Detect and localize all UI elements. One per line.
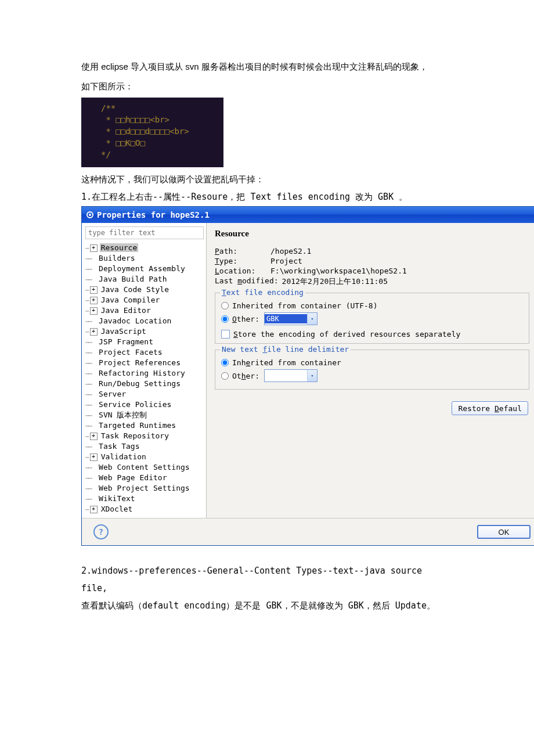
step-2a: 2.windows--preferences--General--Content… bbox=[81, 562, 453, 597]
chevron-down-icon[interactable]: ▾ bbox=[307, 370, 317, 381]
code-line: * □□K□O□ bbox=[101, 137, 223, 149]
tree-item[interactable]: ⋯+Task Repository bbox=[85, 431, 204, 441]
tree-item[interactable]: ⋯+JavaScript bbox=[85, 326, 204, 337]
location-label: Location: bbox=[215, 267, 270, 275]
expand-icon[interactable]: + bbox=[90, 453, 98, 461]
tree-item[interactable]: ⋯⋯ Task Tags bbox=[85, 441, 204, 452]
expand-icon[interactable]: + bbox=[90, 244, 98, 252]
tree-item[interactable]: ⋯⋯ Project Facets bbox=[85, 347, 204, 358]
delimiter-value bbox=[265, 375, 307, 376]
tree-label: Web Content Settings bbox=[98, 463, 191, 471]
path-value: /hopeS2.1 bbox=[270, 247, 311, 255]
help-icon[interactable]: ? bbox=[93, 524, 109, 539]
tree-label: JavaScript bbox=[100, 327, 147, 336]
tree-label: Builders bbox=[98, 254, 136, 262]
code-line: /** bbox=[101, 102, 223, 114]
nav-tree[interactable]: ⋯+Resource⋯⋯ Builders⋯⋯ Deployment Assem… bbox=[85, 243, 204, 514]
tree-label: Java Code Style bbox=[100, 285, 170, 294]
tree-label: Service Policies bbox=[98, 400, 172, 409]
expand-icon[interactable]: + bbox=[90, 506, 98, 513]
tree-label: WikiText bbox=[98, 494, 136, 503]
tree-label: JSP Fragment bbox=[98, 337, 154, 346]
intro-line2: 如下图所示： bbox=[81, 78, 453, 95]
delimiter-combo[interactable]: ▾ bbox=[264, 369, 317, 382]
filter-input[interactable] bbox=[85, 226, 204, 239]
tree-item[interactable]: ⋯⋯ Project References bbox=[85, 358, 204, 368]
properties-dialog: Properties for hopeS2.1 ⋯+Resource⋯⋯ Bui… bbox=[81, 206, 534, 546]
location-value: F:\working\workspace1\hopeS2.1 bbox=[270, 267, 407, 275]
radio-other[interactable] bbox=[221, 315, 229, 323]
tree-item[interactable]: ⋯+Java Editor bbox=[85, 305, 204, 316]
expand-icon[interactable]: + bbox=[90, 433, 98, 440]
expand-icon[interactable]: + bbox=[90, 307, 98, 315]
tree-item[interactable]: ⋯⋯ Web Page Editor bbox=[85, 473, 204, 483]
radio-delim-inherited[interactable] bbox=[221, 359, 229, 366]
ok-button[interactable]: OK bbox=[477, 525, 531, 539]
tree-label: Project References bbox=[98, 358, 182, 367]
delimiter-legend: New text file line delimiter bbox=[220, 345, 351, 354]
type-label: Type: bbox=[215, 257, 270, 265]
tree-label: Project Facets bbox=[98, 348, 164, 357]
step-1: 1.在工程名上右击--属性--Resoure，把 Text files enco… bbox=[81, 192, 453, 203]
tree-label: Task Tags bbox=[98, 442, 140, 451]
tree-item[interactable]: ⋯⋯ Targeted Runtimes bbox=[85, 420, 204, 431]
tree-label: Run/Debug Settings bbox=[98, 379, 182, 388]
svg-point-1 bbox=[89, 214, 91, 216]
radio-delim-other[interactable] bbox=[221, 372, 229, 380]
other-label: Other: bbox=[232, 315, 259, 323]
tree-item[interactable]: ⋯⋯ Web Project Settings bbox=[85, 483, 204, 494]
tree-label: Java Editor bbox=[100, 306, 152, 315]
tree-item[interactable]: ⋯⋯ Builders bbox=[85, 253, 204, 264]
tree-item[interactable]: ⋯⋯ WikiText bbox=[85, 494, 204, 504]
chevron-down-icon[interactable]: ▾ bbox=[307, 313, 317, 325]
tree-label: Deployment Assembly bbox=[98, 264, 186, 273]
tree-label: Task Repository bbox=[100, 431, 170, 440]
tree-label: Resource bbox=[100, 243, 139, 252]
intro-line1: 使用 eclipse 导入项目或从 svn 服务器检出项目的时候有时候会出现中文… bbox=[81, 58, 453, 75]
tree-item[interactable]: ⋯+XDoclet bbox=[85, 504, 204, 514]
tree-label: Targeted Runtimes bbox=[98, 421, 177, 430]
inherited-label: Inherited from container (UTF-8) bbox=[232, 301, 377, 310]
delimiter-fieldset: New text file line delimiter Inherited f… bbox=[215, 350, 529, 390]
encoding-value: GBK bbox=[265, 314, 307, 323]
expand-icon[interactable]: + bbox=[90, 328, 98, 336]
tree-label: Javadoc Location bbox=[98, 316, 172, 325]
tree-label: Server bbox=[98, 390, 127, 398]
restore-defaults-button[interactable]: Restore Defaul bbox=[452, 401, 528, 415]
tree-item[interactable]: ⋯+Validation bbox=[85, 452, 204, 462]
tree-item[interactable]: ⋯⋯ Javadoc Location bbox=[85, 316, 204, 326]
path-label: Path: bbox=[215, 247, 270, 255]
radio-inherited[interactable] bbox=[221, 302, 229, 309]
tree-label: XDoclet bbox=[100, 505, 134, 513]
tree-item[interactable]: ⋯⋯ Java Build Path bbox=[85, 274, 204, 285]
tree-item[interactable]: ⋯⋯ Web Content Settings bbox=[85, 462, 204, 473]
para-solution-intro: 这种情况下，我们可以做两个设置把乱码干掉： bbox=[81, 171, 453, 188]
type-value: Project bbox=[270, 257, 302, 265]
store-checkbox[interactable] bbox=[221, 330, 230, 339]
gear-icon bbox=[85, 210, 95, 219]
delim-other-label: Other: bbox=[232, 372, 259, 380]
tree-item[interactable]: ⋯+Resource bbox=[85, 243, 204, 253]
tree-item[interactable]: ⋯⋯ Run/Debug Settings bbox=[85, 379, 204, 389]
dialog-button-bar: ? OK bbox=[82, 518, 534, 545]
content-pane: Resource Path:/hopeS2.1 Type:Project Loc… bbox=[207, 223, 534, 518]
tree-item[interactable]: ⋯⋯ SVN 版本控制 bbox=[85, 410, 204, 420]
tree-item[interactable]: ⋯+Java Code Style bbox=[85, 285, 204, 295]
encoding-combo[interactable]: GBK ▾ bbox=[264, 312, 317, 325]
modified-value: 2012年2月20日上午10:11:05 bbox=[282, 276, 388, 287]
expand-icon[interactable]: + bbox=[90, 297, 98, 304]
code-line: */ bbox=[101, 149, 223, 160]
tree-item[interactable]: ⋯+Java Compiler bbox=[85, 295, 204, 305]
expand-icon[interactable]: + bbox=[90, 286, 98, 294]
tree-item[interactable]: ⋯⋯ Deployment Assembly bbox=[85, 264, 204, 274]
encoding-legend: Text file encoding bbox=[220, 288, 305, 297]
dialog-titlebar[interactable]: Properties for hopeS2.1 bbox=[82, 207, 534, 223]
modified-label: Last modified: bbox=[215, 276, 279, 287]
tree-item[interactable]: ⋯⋯ JSP Fragment bbox=[85, 337, 204, 347]
step-2b: 查看默认编码（default encoding）是不是 GBK，不是就修改为 G… bbox=[81, 597, 453, 614]
tree-label: Java Compiler bbox=[100, 296, 161, 304]
tree-item[interactable]: ⋯⋯ Refactoring History bbox=[85, 368, 204, 379]
tree-item[interactable]: ⋯⋯ Service Policies bbox=[85, 399, 204, 410]
code-line: * □□h□□□□<br> bbox=[101, 114, 223, 125]
tree-item[interactable]: ⋯⋯ Server bbox=[85, 389, 204, 399]
